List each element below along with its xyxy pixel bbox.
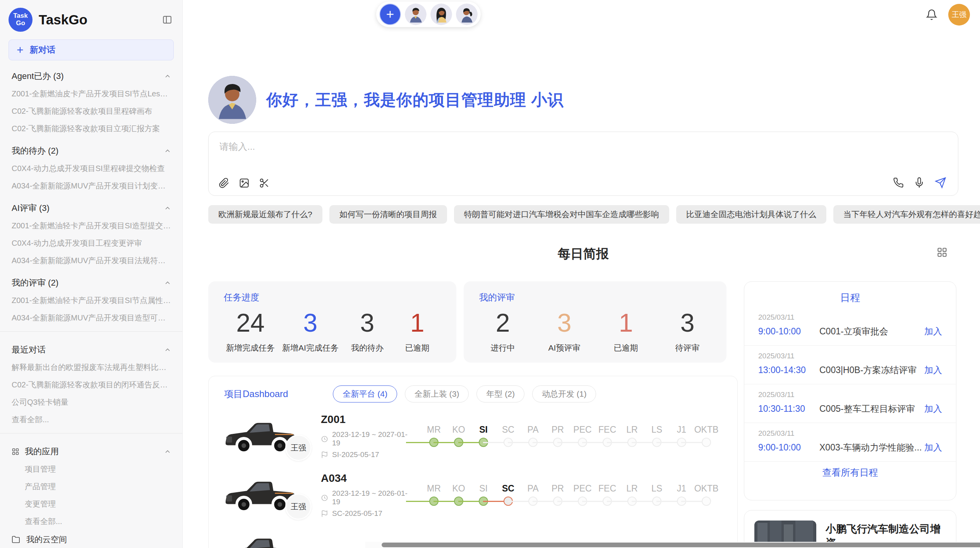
join-link[interactable]: 加入 bbox=[924, 442, 942, 454]
sidebar-item[interactable]: Z001-全新燃油轻卡产品开发项目SI造型提交物评审 bbox=[0, 217, 182, 235]
join-link[interactable]: 加入 bbox=[924, 325, 942, 337]
sidebar-group-my-todo[interactable]: 我的待办 (2) bbox=[0, 137, 182, 160]
suggestion-chip[interactable]: 欧洲新规最近颁布了什么? bbox=[208, 205, 322, 224]
sidebar-group-my-apps[interactable]: 我的应用 bbox=[0, 438, 182, 461]
sidebar-item-project-mgmt[interactable]: 项目管理 bbox=[0, 461, 182, 478]
sidebar-group-recent-chats[interactable]: 最近对话 bbox=[0, 336, 182, 359]
join-link[interactable]: 加入 bbox=[924, 364, 942, 376]
sidebar-item[interactable]: A034-全新新能源MUV产品开发项目计划变更表编写 bbox=[0, 177, 182, 195]
chevron-up-icon[interactable] bbox=[164, 147, 171, 155]
scissors-icon[interactable] bbox=[259, 178, 270, 188]
sidebar-item[interactable]: Z001-全新燃油轻卡产品开发项目SI节点属性5D文件评审 bbox=[0, 292, 182, 309]
assistant-avatar-3[interactable] bbox=[456, 3, 478, 25]
top-right-controls: 王强 bbox=[926, 4, 970, 26]
sidebar-item[interactable]: C02-飞腾新能源轻客改款项目立项汇报方案 bbox=[0, 120, 182, 137]
project-name: A034 bbox=[321, 472, 412, 485]
app-logo: Task Go bbox=[9, 8, 33, 32]
paperclip-icon[interactable] bbox=[219, 178, 230, 188]
stat-label: 我的待办 bbox=[346, 342, 389, 353]
chevron-up-icon[interactable] bbox=[164, 72, 171, 80]
suggestion-chips: 欧洲新规最近颁布了什么? 如何写一份清晰的项目周报 特朗普可能对进口汽车增税会对… bbox=[208, 205, 962, 224]
layout-grid-icon[interactable] bbox=[937, 247, 947, 258]
schedule-date: 2025/03/11 bbox=[758, 313, 942, 322]
view-all-schedule-link[interactable]: 查看所有日程 bbox=[744, 462, 956, 483]
phone-icon[interactable] bbox=[893, 177, 904, 188]
sidebar-item[interactable]: A034-全新新能源MUV产品开发项目法规符合性评审 bbox=[0, 252, 182, 269]
suggestion-chip[interactable]: 特朗普可能对进口汽车增税会对中国车企造成哪些影响 bbox=[454, 205, 669, 224]
horizontal-scrollbar-track[interactable] bbox=[365, 542, 980, 548]
sidebar-item[interactable]: Z001-全新燃油皮卡产品开发项目SI节点Lesson Learn报告 bbox=[0, 85, 182, 103]
suggestion-chip[interactable]: 当下年轻人对汽车外观有怎样的喜好趋势 bbox=[833, 205, 980, 224]
sidebar-item[interactable]: A034-全新新能源MUV产品开发项目造型可行性评审 bbox=[0, 309, 182, 327]
sidebar-item-product-mgmt[interactable]: 产品管理 bbox=[0, 478, 182, 495]
sidebar-item[interactable]: 公司Q3轻卡销量 bbox=[0, 394, 182, 411]
tab-new-platform[interactable]: 全新平台 (4) bbox=[333, 385, 397, 402]
stat-label: 待评审 bbox=[666, 342, 709, 353]
stat-in-progress: 2 进行中 bbox=[481, 309, 524, 353]
milestone-label: MR bbox=[421, 482, 446, 495]
project-image: 王强 bbox=[223, 474, 298, 516]
chevron-up-icon[interactable] bbox=[164, 346, 171, 354]
chat-input[interactable] bbox=[219, 141, 947, 152]
user-avatar[interactable]: 王强 bbox=[948, 4, 970, 26]
notification-bell-icon[interactable] bbox=[926, 9, 937, 21]
stat-label: 进行中 bbox=[481, 342, 524, 353]
view-all-chats[interactable]: 查看全部... bbox=[0, 411, 182, 428]
project-row-a034[interactable]: 王强 A034 2023-12-19 ~ 2026-01-19 SC-2025-… bbox=[209, 464, 737, 523]
project-row-z001[interactable]: 王强 Z001 2023-12-19 ~ 2027-01-19 SI-2025-… bbox=[209, 406, 737, 464]
assistant-avatar-1[interactable] bbox=[405, 3, 427, 25]
tab-powertrain[interactable]: 动总开发 (1) bbox=[532, 385, 596, 402]
horizontal-scrollbar-thumb[interactable] bbox=[382, 543, 980, 547]
project-owner-badge: 王强 bbox=[285, 435, 312, 461]
view-all-apps[interactable]: 查看全部... bbox=[0, 513, 182, 530]
stat-value: 3 bbox=[666, 309, 709, 337]
divider bbox=[0, 331, 182, 332]
join-link[interactable]: 加入 bbox=[924, 403, 942, 415]
stat-ai-completed: 3 新增AI完成任务 bbox=[282, 309, 339, 353]
plus-icon bbox=[16, 46, 24, 54]
suggestion-chip[interactable]: 如何写一份清晰的项目周报 bbox=[329, 205, 447, 224]
sidebar-item[interactable]: C02-飞腾新能源轻客改款项目的闭环通告反馈情况 bbox=[0, 376, 182, 394]
milestone-label: PA bbox=[521, 423, 545, 436]
send-icon[interactable] bbox=[935, 177, 946, 188]
suggestion-chip[interactable]: 比亚迪全固态电池计划具体说了什么 bbox=[676, 205, 826, 224]
new-chat-button[interactable]: 新对话 bbox=[9, 39, 174, 60]
schedule-date: 2025/03/11 bbox=[758, 429, 942, 438]
tab-model-year[interactable]: 年型 (2) bbox=[476, 385, 524, 402]
chevron-up-icon[interactable] bbox=[164, 448, 171, 456]
assistant-avatar-2[interactable] bbox=[430, 3, 452, 25]
sidebar-item[interactable]: 解释最新出台的欧盟报废车法规再生塑料比例被调至15%... bbox=[0, 359, 182, 376]
sidebar-group-my-review[interactable]: 我的评审 (2) bbox=[0, 269, 182, 292]
sidebar-group-agent-done[interactable]: Agent已办 (3) bbox=[0, 63, 182, 85]
daily-brief-title: 每日简报 bbox=[558, 247, 609, 261]
project-name: Z001 bbox=[321, 413, 412, 426]
milestone-label: SI bbox=[471, 482, 496, 495]
stat-label: 已逾期 bbox=[605, 342, 647, 353]
milestone-label: KO bbox=[446, 482, 471, 495]
sidebar-item-cloud-space[interactable]: 我的云空间 bbox=[0, 530, 182, 548]
sidebar-group-ai-review[interactable]: AI评审 (3) bbox=[0, 195, 182, 217]
stat-value: 24 bbox=[226, 309, 275, 337]
quick-assistant-bar bbox=[376, 2, 481, 27]
sidebar-item-change-mgmt[interactable]: 变更管理 bbox=[0, 495, 182, 513]
sidebar-item[interactable]: C0X4-动力总成开发项目工程变更评审 bbox=[0, 235, 182, 252]
schedule-time: 10:30-11:30 bbox=[758, 404, 819, 414]
stat-overdue: 1 已逾期 bbox=[396, 309, 439, 353]
sidebar-item[interactable]: C0X4-动力总成开发项目SI里程碑提交物检查 bbox=[0, 160, 182, 177]
sidebar-item[interactable]: C02-飞腾新能源轻客改款项目里程碑画布 bbox=[0, 103, 182, 120]
tab-new-body[interactable]: 全新上装 (3) bbox=[405, 385, 469, 402]
image-icon[interactable] bbox=[239, 178, 250, 188]
milestone-label: LR bbox=[620, 482, 644, 495]
add-assistant-button[interactable] bbox=[379, 3, 401, 25]
task-progress-card: 任务进度 24 新增完成任务 3 新增AI完成任务 3 我的待办 1 已逾期 bbox=[208, 281, 456, 363]
stat-my-todo: 3 我的待办 bbox=[346, 309, 389, 353]
chevron-up-icon[interactable] bbox=[164, 204, 171, 212]
schedule-item: 2025/03/11 9:00-10:00 X003-车辆动力学性能验... 加… bbox=[744, 423, 956, 462]
schedule-title: 日程 bbox=[744, 282, 956, 307]
chevron-up-icon[interactable] bbox=[164, 279, 171, 287]
plus-icon bbox=[385, 9, 395, 19]
sidebar-collapse-icon[interactable] bbox=[162, 15, 172, 25]
milestone-dot bbox=[702, 497, 711, 506]
milestone-label: PR bbox=[545, 482, 570, 495]
microphone-icon[interactable] bbox=[914, 177, 925, 188]
